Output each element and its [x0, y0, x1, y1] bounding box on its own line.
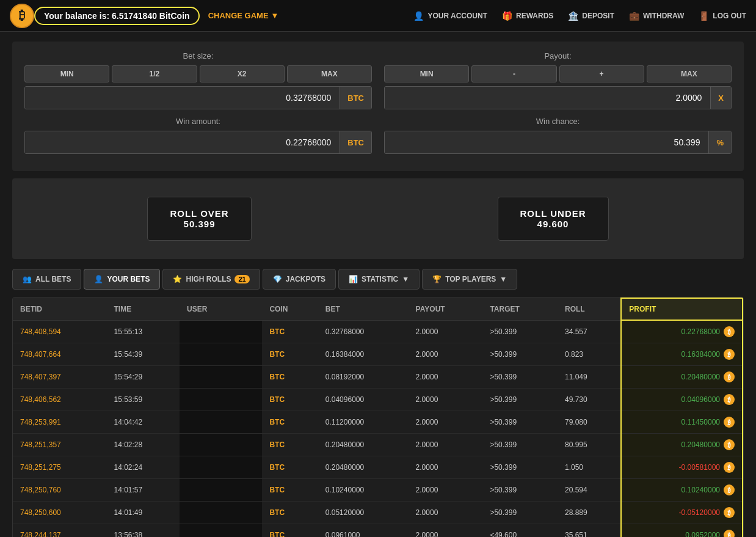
bet-size-label: Bet size: [24, 51, 372, 60]
cell-profit: 0.20480000 ₿ [621, 366, 743, 389]
cell-user [180, 389, 262, 411]
cell-coin: BTC [262, 502, 318, 524]
cell-betid: 748,244,137 [13, 524, 106, 538]
top-bet-row: Bet size: MIN 1/2 X2 MAX BTC Payout: MIN… [24, 51, 732, 109]
col-profit: Profit [621, 298, 743, 320]
profit-value: -0.05120000 [679, 508, 720, 517]
table-row: 748,250,600 14:01:49 BTC 0.05120000 2.00… [13, 502, 743, 524]
nav-logout[interactable]: 🚪 LOG OUT [699, 11, 746, 21]
your-bets-icon: 👤 [94, 275, 103, 283]
bet-panel: Bet size: MIN 1/2 X2 MAX BTC Payout: MIN… [12, 42, 744, 171]
nav-your-account[interactable]: 👤 YOUR ACCOUNT [413, 11, 487, 21]
chevron-down-icon: ▼ [271, 11, 279, 20]
win-chance-input-group: % [384, 131, 732, 154]
win-amount-input[interactable] [25, 131, 340, 153]
cell-payout: 2.0000 [409, 502, 483, 524]
bet-double-button[interactable]: X2 [200, 65, 285, 82]
btc-icon: ₿ [724, 394, 735, 405]
cell-roll: 34.557 [558, 320, 621, 343]
high-rolls-icon: ⭐ [173, 275, 182, 283]
cell-profit: 0.11450000 ₿ [621, 411, 743, 434]
cell-target: >50.399 [482, 502, 558, 524]
table-row: 748,250,760 14:01:57 BTC 0.10240000 2.00… [13, 479, 743, 502]
cell-payout: 2.0000 [409, 434, 483, 456]
table-header-row: BetID Time User Coin Bet Payout Target R… [13, 298, 743, 320]
bet-size-buttons: MIN 1/2 X2 MAX [24, 65, 372, 82]
cell-coin: BTC [262, 389, 318, 411]
cell-profit: -0.00581000 ₿ [621, 456, 743, 479]
cell-betid: 748,406,562 [13, 389, 106, 411]
cell-user [180, 479, 262, 502]
payout-min-button[interactable]: MIN [384, 65, 469, 82]
main-content: Bet size: MIN 1/2 X2 MAX BTC Payout: MIN… [0, 32, 756, 537]
tab-statistic[interactable]: 📊 STATISTIC ▼ [338, 269, 420, 290]
col-betid: BetID [13, 298, 106, 320]
payout-input[interactable] [385, 87, 710, 109]
cell-coin: BTC [262, 434, 318, 456]
cell-user [180, 456, 262, 479]
table-row: 748,407,397 15:54:29 BTC 0.08192000 2.00… [13, 366, 743, 389]
table-row: 748,251,357 14:02:28 BTC 0.20480000 2.00… [13, 434, 743, 456]
cell-roll: 49.730 [558, 389, 621, 411]
cell-betid: 748,251,357 [13, 434, 106, 456]
cell-user [180, 524, 262, 538]
payout-section: Payout: MIN - + MAX X [384, 51, 732, 109]
change-game-button[interactable]: CHANGE GAME ▼ [208, 11, 279, 20]
tab-top-players[interactable]: 🏆 TOP PLAYERS ▼ [422, 269, 517, 290]
cell-coin: BTC [262, 320, 318, 343]
profit-value: -0.00581000 [679, 463, 720, 472]
bet-max-button[interactable]: MAX [287, 65, 372, 82]
cell-bet: 0.04096000 [318, 389, 409, 411]
win-amount-input-group: BTC [24, 131, 372, 154]
cell-profit: 0.20480000 ₿ [621, 434, 743, 456]
nav-deposit[interactable]: 🏦 DEPOSIT [568, 11, 614, 21]
cell-target: >50.399 [482, 320, 558, 343]
cell-time: 14:01:57 [106, 479, 180, 502]
bet-size-section: Bet size: MIN 1/2 X2 MAX BTC [24, 51, 372, 109]
cell-target: >50.399 [482, 366, 558, 389]
all-bets-icon: 👥 [23, 275, 32, 283]
roll-over-button[interactable]: ROLL OVER 50.399 [147, 197, 251, 241]
cell-bet: 0.20480000 [318, 434, 409, 456]
tab-all-bets[interactable]: 👥 ALL BETS [12, 269, 81, 290]
payout-minus-button[interactable]: - [471, 65, 556, 82]
nav-rewards[interactable]: 🎁 REWARDS [502, 11, 553, 21]
cell-payout: 2.0000 [409, 366, 483, 389]
cell-bet: 0.10240000 [318, 479, 409, 502]
bets-table-container: BetID Time User Coin Bet Payout Target R… [12, 297, 744, 537]
cell-profit: 0.22768000 ₿ [621, 320, 743, 343]
tab-jackpots[interactable]: 💎 JACKPOTS [263, 269, 336, 290]
cell-betid: 748,250,760 [13, 479, 106, 502]
cell-time: 15:54:29 [106, 366, 180, 389]
table-row: 748,408,594 15:55:13 BTC 0.32768000 2.00… [13, 320, 743, 343]
btc-icon: ₿ [724, 349, 735, 360]
cell-target: <49.600 [482, 524, 558, 538]
payout-plus-button[interactable]: + [559, 65, 644, 82]
win-chance-label: Win chance: [384, 117, 732, 126]
payout-input-group: X [384, 86, 732, 109]
tabs-row: 👥 ALL BETS 👤 YOUR BETS ⭐ HIGH ROLLS 21 💎… [12, 269, 744, 290]
win-chance-input[interactable] [385, 131, 708, 153]
profit-value: 0.10240000 [681, 486, 720, 494]
btc-icon: ₿ [724, 530, 735, 537]
profit-value: 0.04096000 [681, 395, 720, 404]
cell-coin: BTC [262, 479, 318, 502]
btc-icon: ₿ [724, 417, 735, 428]
cell-time: 14:02:28 [106, 434, 180, 456]
cell-profit: 0.10240000 ₿ [621, 479, 743, 502]
cell-time: 14:02:24 [106, 456, 180, 479]
bet-size-input[interactable] [25, 87, 340, 109]
win-amount-section: Win amount: BTC [24, 117, 372, 154]
tab-your-bets[interactable]: 👤 YOUR BETS [84, 269, 160, 290]
payout-max-button[interactable]: MAX [647, 65, 732, 82]
tab-high-rolls[interactable]: ⭐ HIGH ROLLS 21 [162, 269, 260, 290]
win-chance-suffix: % [708, 131, 731, 153]
cell-roll: 11.049 [558, 366, 621, 389]
cell-payout: 2.0000 [409, 320, 483, 343]
rewards-icon: 🎁 [502, 11, 512, 21]
roll-under-button[interactable]: ROLL UNDER 49.600 [498, 197, 609, 241]
bet-half-button[interactable]: 1/2 [112, 65, 197, 82]
nav-withdraw[interactable]: 💼 WITHDRAW [629, 11, 684, 21]
bet-min-button[interactable]: MIN [24, 65, 109, 82]
high-rolls-badge: 21 [234, 275, 249, 283]
